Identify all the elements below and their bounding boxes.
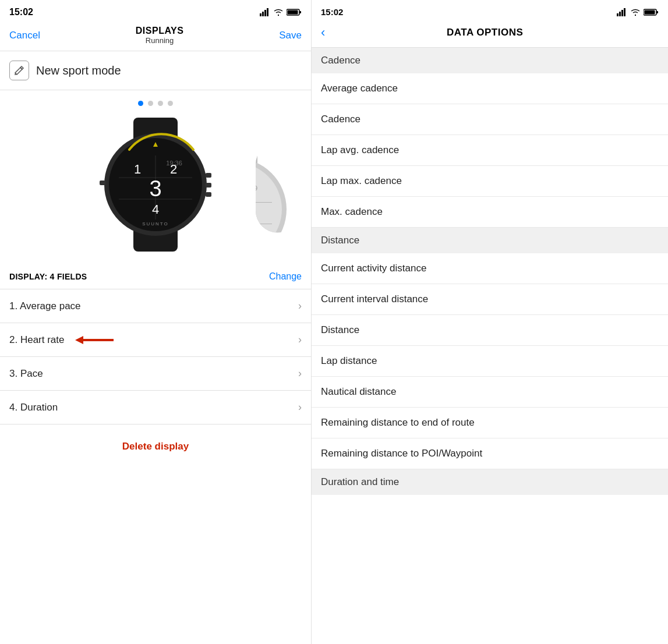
delete-display-section: Delete display [0,424,311,452]
change-button[interactable]: Change [269,271,302,282]
chevron-icon-1: › [298,300,302,312]
svg-rect-40 [624,8,625,16]
data-options-list: Cadence Average cadence Cadence Lap avg.… [312,48,668,644]
save-button[interactable]: Save [279,30,302,41]
display-fields-title: DISPLAY: 4 FIELDS [9,272,87,281]
svg-rect-6 [288,10,298,15]
svg-text:3: 3 [149,176,161,201]
field-item-3[interactable]: 3. Pace › [0,357,311,391]
dot-1[interactable] [138,101,143,106]
option-nautical-distance[interactable]: Nautical distance [312,377,668,408]
option-remaining-poi[interactable]: Remaining distance to POI/Waypoint [312,438,668,469]
sport-mode-row[interactable]: New sport mode [0,51,311,90]
displays-subtitle: Running [136,36,184,45]
wifi-icon [273,8,284,16]
svg-rect-3 [267,8,268,16]
option-remaining-route[interactable]: Remaining distance to end of route [312,408,668,438]
cadence-header: Cadence [312,48,668,73]
svg-rect-0 [260,13,261,16]
svg-rect-39 [621,10,623,16]
svg-rect-5 [299,11,301,13]
watch-peek: 1 3 19 5 [256,143,299,233]
option-lap-max-cadence[interactable]: Lap max. cadence [312,166,668,197]
right-status-icons [617,8,659,16]
option-current-interval-distance[interactable]: Current interval distance [312,284,668,315]
svg-text:2: 2 [170,162,177,176]
right-nav-bar: ‹ DATA OPTIONS [312,22,668,48]
left-panel: 15:02 Cancel [0,0,312,644]
duration-header: Duration and time [312,469,668,495]
field-item-2[interactable]: 2. Heart rate › [0,323,311,357]
svg-text:1: 1 [134,162,141,176]
svg-rect-42 [656,11,658,13]
field-item-4[interactable]: 4. Duration › [0,391,311,424]
option-max-cadence[interactable]: Max. cadence [312,197,668,228]
signal-icon [260,8,270,16]
data-options-title: DATA OPTIONS [447,27,523,38]
distance-header: Distance [312,228,668,253]
svg-rect-24 [100,181,105,185]
displays-title: DISPLAYS [136,26,184,36]
chevron-icon-4: › [298,401,302,413]
svg-rect-43 [645,10,655,14]
option-lap-distance[interactable]: Lap distance [312,346,668,377]
right-wifi-icon [630,8,641,16]
back-button[interactable]: ‹ [321,25,325,40]
dot-3[interactable] [158,101,163,106]
right-battery-icon [644,8,659,16]
field-list: 1. Average pace › 2. Heart rate › 3. Pac… [0,289,311,424]
left-time: 15:02 [9,7,33,17]
svg-text:SUUNTO: SUUNTO [142,221,169,227]
watch-display-area: 19:36 1 2 3 4 SUUNTO [0,112,311,263]
edit-icon [13,65,25,76]
right-signal-icon [617,8,627,16]
svg-rect-23 [206,192,211,197]
left-status-bar: 15:02 [0,0,311,22]
chevron-icon-2: › [298,334,302,346]
dot-4[interactable] [168,101,173,106]
sport-mode-icon [9,61,29,80]
sport-mode-label: New sport mode [36,64,121,77]
field-label-3: 3. Pace [9,368,43,380]
field-2-with-arrow: 2. Heart rate [9,334,116,346]
right-status-bar: 15:02 [312,0,668,22]
right-time: 15:02 [321,7,343,17]
svg-text:19: 19 [256,185,257,192]
option-cadence[interactable]: Cadence [312,104,668,135]
displays-title-block: DISPLAYS Running [136,26,184,45]
svg-rect-37 [617,13,618,16]
cancel-button[interactable]: Cancel [9,30,40,41]
red-arrow-indicator [75,335,116,345]
display-fields-header: DISPLAY: 4 FIELDS Change [0,263,311,289]
field-item-1[interactable]: 1. Average pace › [0,289,311,323]
svg-text:4: 4 [152,202,159,217]
left-status-icons [260,8,302,16]
red-arrow-icon [75,335,116,345]
svg-rect-22 [206,183,211,187]
field-label-4: 4. Duration [9,402,58,413]
svg-marker-36 [75,336,114,344]
watch-svg: 19:36 1 2 3 4 SUUNTO [91,118,220,252]
svg-rect-1 [262,12,264,16]
delete-display-button[interactable]: Delete display [122,441,189,452]
field-label-2: 2. Heart rate [9,334,65,346]
left-nav-bar: Cancel DISPLAYS Running Save [0,22,311,51]
dot-2[interactable] [148,101,153,106]
option-current-activity-distance[interactable]: Current activity distance [312,253,668,284]
option-lap-avg-cadence[interactable]: Lap avg. cadence [312,135,668,166]
pagination-dots [0,90,311,112]
battery-icon [287,8,302,16]
option-distance[interactable]: Distance [312,315,668,346]
chevron-icon-3: › [298,367,302,380]
option-average-cadence[interactable]: Average cadence [312,73,668,104]
field-label-1: 1. Average pace [9,300,81,312]
svg-rect-38 [619,12,621,16]
right-panel: 15:02 ‹ DATA OPTIONS [312,0,668,644]
svg-rect-2 [264,10,266,16]
svg-rect-21 [206,173,211,178]
